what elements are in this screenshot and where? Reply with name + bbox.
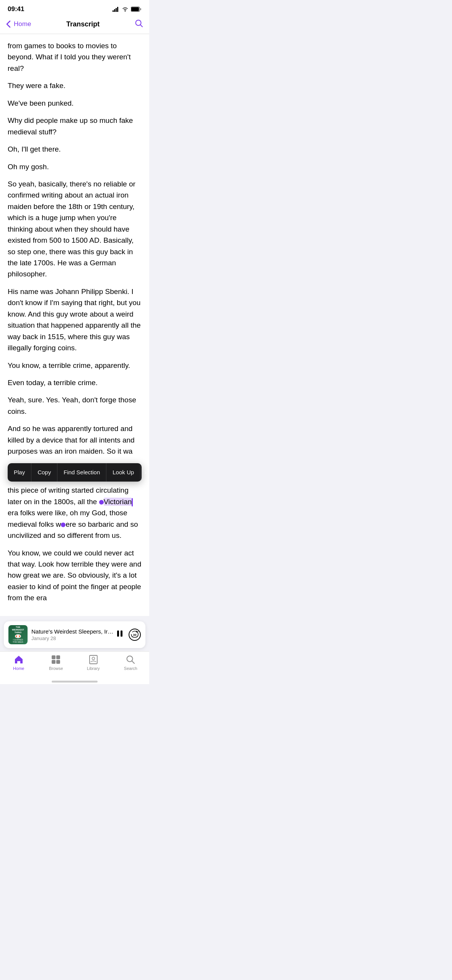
svg-rect-12 xyxy=(52,655,55,659)
context-menu-copy[interactable]: Copy xyxy=(31,463,57,481)
svg-text:30: 30 xyxy=(133,633,137,637)
playback-controls: 30 xyxy=(116,629,141,641)
svg-rect-9 xyxy=(117,630,119,637)
para-3: We've been punked. xyxy=(8,98,142,109)
now-playing-bar[interactable]: THEWEIRDESTTHING I LEARNEDTHIS WEEK Natu… xyxy=(4,621,145,648)
context-menu-find[interactable]: Find Selection xyxy=(57,463,106,481)
para-1: from games to books to movies to beyond.… xyxy=(8,40,142,74)
svg-point-17 xyxy=(92,657,95,660)
home-indicator xyxy=(0,678,149,684)
home-bar xyxy=(52,681,98,683)
para-9: You know, a terrible crime, apparently. xyxy=(8,360,142,371)
tab-home[interactable]: Home xyxy=(7,655,30,671)
tab-library-label: Library xyxy=(87,666,100,671)
status-time: 09:41 xyxy=(8,5,24,13)
home-icon xyxy=(14,655,24,665)
selected-text: Victorian xyxy=(104,498,132,506)
signal-icon xyxy=(113,7,119,12)
para-14: You know, we could we could never act th… xyxy=(8,547,142,604)
tab-library[interactable]: Library xyxy=(82,655,105,671)
svg-point-4 xyxy=(125,10,126,11)
para-12: And so he was apparently tortured and ki… xyxy=(8,423,142,457)
svg-rect-3 xyxy=(117,7,118,12)
para-5: Oh, I'll get there. xyxy=(8,144,142,155)
search-icon xyxy=(126,655,135,665)
svg-rect-14 xyxy=(52,660,55,664)
svg-rect-0 xyxy=(113,10,114,12)
svg-rect-10 xyxy=(121,630,122,637)
para-4: Why did people make up so much fake medi… xyxy=(8,115,142,137)
back-label: Home xyxy=(14,20,31,28)
svg-rect-2 xyxy=(116,8,117,12)
svg-rect-6 xyxy=(131,7,139,11)
para-7: So yeah, basically, there's no reliable … xyxy=(8,178,142,280)
para-11: Yeah, sure. Yes. Yeah, don't forge those… xyxy=(8,394,142,417)
status-bar: 09:41 xyxy=(0,0,149,16)
context-menu-lookup[interactable]: Look Up xyxy=(106,463,140,481)
tab-search[interactable]: Search xyxy=(119,655,142,671)
selection-handle-left xyxy=(99,500,104,505)
podcast-title: Nature's Weirdest Sleepers, Iron Maid xyxy=(31,628,116,635)
para-2: They were a fake. xyxy=(8,80,142,91)
search-button[interactable] xyxy=(135,19,143,29)
context-menu: Play Copy Find Selection Look Up › xyxy=(8,463,142,482)
transcript-content: from games to books to movies to beyond.… xyxy=(0,34,149,616)
battery-icon xyxy=(131,7,142,12)
podcast-date: January 28 xyxy=(31,635,116,641)
selection-cursor xyxy=(132,498,133,506)
wifi-icon xyxy=(122,7,129,12)
library-icon xyxy=(88,655,98,665)
svg-rect-7 xyxy=(140,8,141,10)
status-icons xyxy=(113,7,142,12)
podcast-info: Nature's Weirdest Sleepers, Iron Maid Ja… xyxy=(31,628,116,641)
svg-rect-15 xyxy=(56,660,60,664)
browse-icon xyxy=(51,655,61,665)
context-menu-play[interactable]: Play xyxy=(8,463,31,481)
podcast-artwork: THEWEIRDESTTHING I LEARNEDTHIS WEEK xyxy=(8,625,28,644)
selection-handle-right xyxy=(61,523,65,527)
svg-rect-13 xyxy=(56,655,60,659)
tab-search-label: Search xyxy=(124,666,137,671)
pause-button[interactable] xyxy=(116,629,124,640)
para-13: this piece of writing started circulatin… xyxy=(8,485,142,541)
tab-browse[interactable]: Browse xyxy=(44,655,67,671)
context-menu-more[interactable]: › xyxy=(140,463,149,482)
page-title: Transcript xyxy=(66,20,100,28)
back-button[interactable]: Home xyxy=(6,20,31,28)
tab-browse-label: Browse xyxy=(49,666,63,671)
para-10: Even today, a terrible crime. xyxy=(8,377,142,388)
para-8: His name was Johann Philipp Sbenki. I do… xyxy=(8,286,142,354)
skip-forward-button[interactable]: 30 xyxy=(129,629,141,641)
tab-bar: Home Browse Library Search xyxy=(0,651,149,678)
nav-bar: Home Transcript xyxy=(0,16,149,34)
para-6: Oh my gosh. xyxy=(8,161,142,172)
tab-home-label: Home xyxy=(13,666,24,671)
svg-rect-1 xyxy=(114,9,115,12)
